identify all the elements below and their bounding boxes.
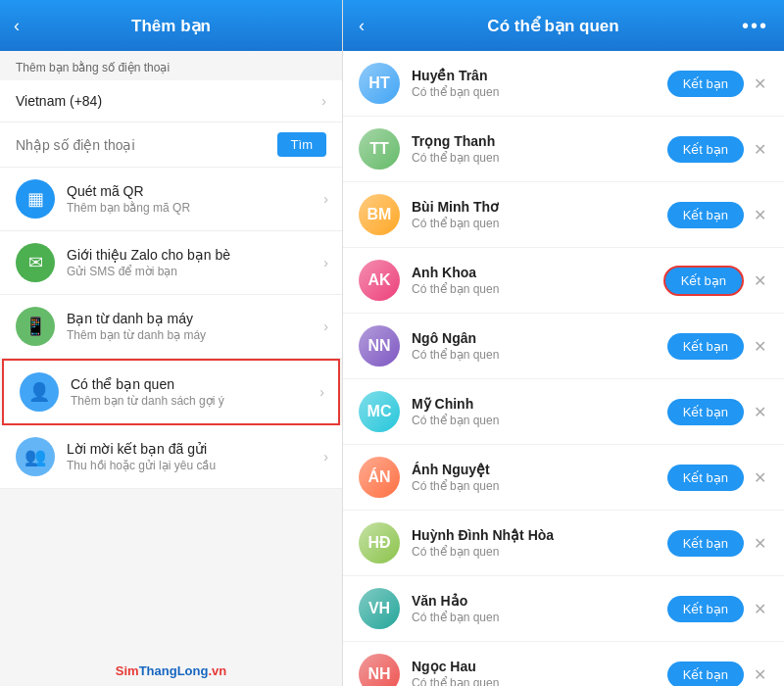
close-icon[interactable]: ✕: [752, 598, 768, 620]
left-header-title: Thêm bạn: [131, 16, 211, 36]
suggest-main-text: Có thể bạn quen: [71, 376, 224, 392]
friend-item: NN Ngô Ngân Có thể bạn quen Kết bạn ✕: [343, 314, 784, 379]
friend-item: HT Huyền Trân Có thể bạn quen Kết bạn ✕: [343, 51, 784, 117]
friend-info: Anh Khoa Có thể bạn quen: [412, 265, 663, 296]
friend-avatar: MC: [359, 391, 400, 432]
friend-info: Bùi Minh Thơ Có thể bạn quen: [412, 199, 667, 230]
right-header: ‹ Có thể bạn quen •••: [343, 0, 784, 51]
friend-avatar: AK: [359, 260, 400, 301]
ket-ban-button[interactable]: Kết bạn: [667, 530, 744, 557]
friend-name: Ánh Nguyệt: [412, 462, 667, 477]
friend-info: Huỳnh Đình Nhật Hòa Có thể bạn quen: [412, 527, 667, 559]
phone-chevron-icon: ›: [323, 318, 328, 334]
friend-avatar: NH: [359, 654, 400, 686]
ket-ban-button[interactable]: Kết bạn: [667, 202, 744, 228]
watermark: SimThangLong.vn: [116, 663, 226, 678]
close-icon[interactable]: ✕: [752, 532, 768, 555]
menu-item-phone[interactable]: 📱 Bạn từ danh bạ máy Thêm bạn từ danh bạ…: [0, 295, 342, 359]
sms-sub-text: Gửi SMS để mời bạn: [67, 265, 230, 278]
friend-sub-text: Có thể bạn quen: [412, 479, 667, 493]
find-button[interactable]: Tìm: [277, 132, 326, 157]
country-label: Vietnam (+84): [16, 93, 102, 109]
sms-main-text: Giới thiệu Zalo cho bạn bè: [67, 247, 230, 263]
ket-ban-button[interactable]: Kết bạn: [663, 266, 744, 296]
right-header-title: Có thể bạn quen: [487, 16, 618, 36]
invite-icon: 👥: [16, 437, 55, 476]
sms-icon: ✉: [16, 243, 55, 282]
friend-actions: Kết bạn ✕: [663, 266, 768, 296]
right-panel: ‹ Có thể bạn quen ••• HT Huyền Trân Có t…: [343, 0, 784, 686]
friend-actions: Kết bạn ✕: [667, 662, 768, 687]
qr-text: Quét mã QR Thêm bạn bằng mã QR: [67, 183, 190, 215]
friend-avatar: BM: [359, 194, 400, 235]
phone-icon: 📱: [16, 307, 55, 346]
left-back-icon[interactable]: ‹: [14, 16, 20, 36]
ket-ban-button[interactable]: Kết bạn: [667, 465, 744, 491]
close-icon[interactable]: ✕: [752, 204, 768, 226]
country-chevron-icon: ›: [321, 93, 326, 109]
suggest-icon: 👤: [20, 372, 59, 412]
ket-ban-button[interactable]: Kết bạn: [667, 596, 744, 622]
phone-text: Bạn từ danh bạ máy Thêm bạn từ danh bạ m…: [67, 311, 206, 342]
friend-sub-text: Có thể bạn quen: [412, 611, 667, 624]
friend-sub-text: Có thể bạn quen: [412, 414, 667, 427]
phone-sub-text: Thêm bạn từ danh bạ máy: [67, 328, 206, 342]
ket-ban-button[interactable]: Kết bạn: [667, 662, 744, 687]
friend-info: Huyền Trân Có thể bạn quen: [412, 68, 667, 99]
menu-item-suggest[interactable]: 👤 Có thể bạn quen Thêm bạn từ danh sách …: [2, 359, 340, 425]
close-icon[interactable]: ✕: [752, 466, 768, 489]
close-icon[interactable]: ✕: [752, 270, 768, 292]
friend-item: TT Trọng Thanh Có thể bạn quen Kết bạn ✕: [343, 117, 784, 182]
friend-sub-text: Có thể bạn quen: [412, 282, 663, 296]
friend-actions: Kết bạn ✕: [667, 202, 768, 228]
close-icon[interactable]: ✕: [752, 401, 768, 423]
friend-sub-text: Có thể bạn quen: [412, 545, 667, 559]
friend-item: ÁN Ánh Nguyệt Có thể bạn quen Kết bạn ✕: [343, 445, 784, 511]
menu-item-invite[interactable]: 👥 Lời mời kết bạn đã gửi Thu hồi hoặc gử…: [0, 425, 342, 489]
friend-info: Ngô Ngân Có thể bạn quen: [412, 330, 667, 362]
friend-item: BM Bùi Minh Thơ Có thể bạn quen Kết bạn …: [343, 182, 784, 248]
phone-input[interactable]: [16, 137, 277, 153]
friends-list: HT Huyền Trân Có thể bạn quen Kết bạn ✕ …: [343, 51, 784, 686]
friend-name: Huyền Trân: [412, 68, 667, 83]
ket-ban-button[interactable]: Kết bạn: [667, 136, 744, 163]
close-icon[interactable]: ✕: [752, 73, 768, 95]
suggest-chevron-icon: ›: [319, 384, 324, 400]
friend-info: Mỹ Chinh Có thể bạn quen: [412, 396, 667, 427]
more-options-icon[interactable]: •••: [742, 15, 768, 37]
menu-item-qr[interactable]: ▦ Quét mã QR Thêm bạn bằng mã QR ›: [0, 168, 342, 231]
ket-ban-button[interactable]: Kết bạn: [667, 333, 744, 360]
sms-chevron-icon: ›: [323, 255, 328, 270]
ket-ban-button[interactable]: Kết bạn: [667, 399, 744, 425]
close-icon[interactable]: ✕: [752, 335, 768, 358]
friend-avatar: ÁN: [359, 457, 400, 498]
friend-name: Huỳnh Đình Nhật Hòa: [412, 527, 667, 543]
friend-sub-text: Có thể bạn quen: [412, 217, 667, 230]
friend-avatar: VH: [359, 588, 400, 629]
friend-name: Mỹ Chinh: [412, 396, 667, 412]
right-back-icon[interactable]: ‹: [359, 16, 365, 36]
ket-ban-button[interactable]: Kết bạn: [667, 71, 744, 97]
qr-chevron-icon: ›: [323, 191, 328, 207]
friend-sub-text: Có thể bạn quen: [412, 348, 667, 362]
friend-item: AK Anh Khoa Có thể bạn quen Kết bạn ✕: [343, 248, 784, 314]
suggest-sub-text: Thêm bạn từ danh sách gợi ý: [71, 394, 224, 408]
menu-item-sms[interactable]: ✉ Giới thiệu Zalo cho bạn bè Gửi SMS để …: [0, 231, 342, 295]
friend-actions: Kết bạn ✕: [667, 399, 768, 425]
friend-info: Ngọc Hau Có thể bạn quen: [412, 659, 667, 686]
menu-items-container: ▦ Quét mã QR Thêm bạn bằng mã QR › ✉ Giớ…: [0, 168, 342, 489]
friend-sub-text: Có thể bạn quen: [412, 151, 667, 165]
close-icon[interactable]: ✕: [752, 138, 768, 161]
country-row[interactable]: Vietnam (+84) ›: [0, 80, 342, 122]
phone-main-text: Bạn từ danh bạ máy: [67, 311, 206, 326]
friend-name: Trọng Thanh: [412, 133, 667, 149]
close-icon[interactable]: ✕: [752, 663, 768, 686]
friend-sub-text: Có thể bạn quen: [412, 85, 667, 99]
friend-name: Ngô Ngân: [412, 330, 667, 346]
section-label: Thêm bạn bằng số điện thoại: [0, 51, 342, 80]
sms-text: Giới thiệu Zalo cho bạn bè Gửi SMS để mờ…: [67, 247, 230, 278]
friend-actions: Kết bạn ✕: [667, 530, 768, 557]
friend-actions: Kết bạn ✕: [667, 136, 768, 163]
left-header: ‹ Thêm bạn: [0, 0, 342, 51]
friend-item: MC Mỹ Chinh Có thể bạn quen Kết bạn ✕: [343, 379, 784, 445]
